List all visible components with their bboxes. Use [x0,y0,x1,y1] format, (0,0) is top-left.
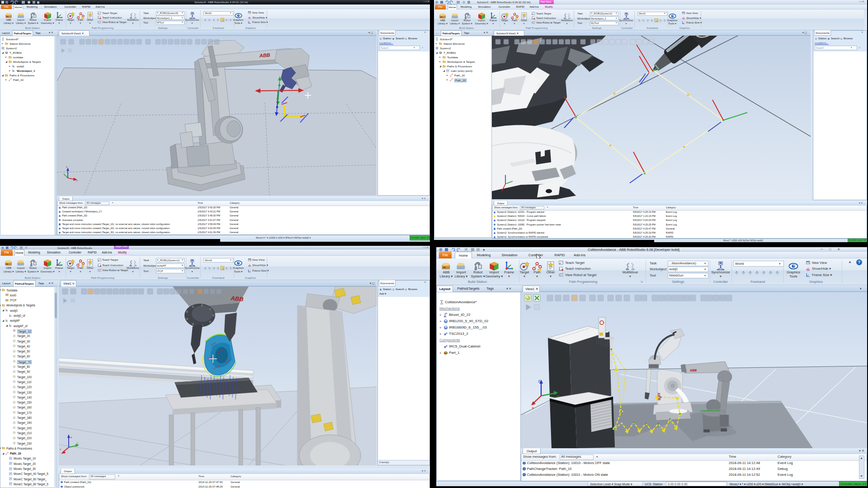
svg-text:z: z [71,436,72,439]
svg-text:▾: ▾ [483,248,485,252]
svg-text:ABB: ABB [230,295,244,303]
svg-text:ABB: ABB [689,369,697,372]
svg-text:x: x [60,448,61,450]
svg-text:y: y [77,441,78,444]
svg-text:ABB: ABB [259,52,270,58]
svg-text:Z: Z [538,379,540,383]
svg-text:x: x [76,179,78,182]
svg-text:Y: Y [557,394,560,399]
svg-text:X: X [532,406,534,410]
svg-text:z: z [66,165,67,168]
